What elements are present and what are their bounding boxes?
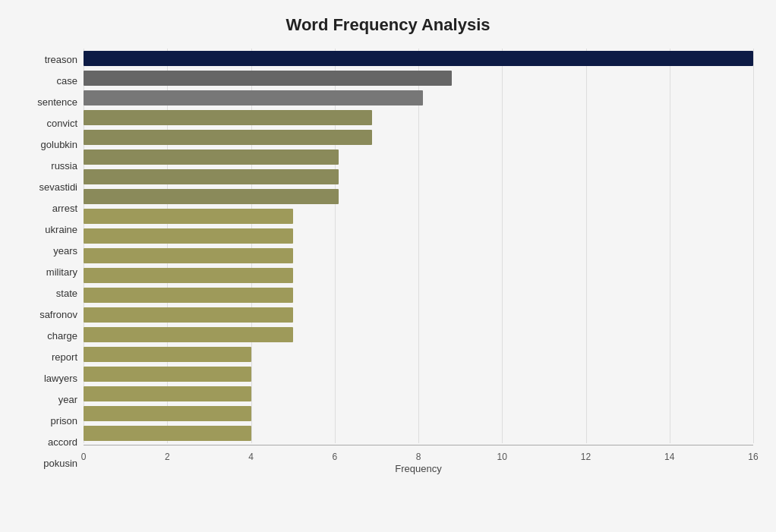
- bar-row: [84, 305, 753, 325]
- bar-row: [84, 285, 753, 305]
- chart-title: Word Frequency Analysis: [23, 15, 753, 35]
- bar-row: [84, 206, 753, 226]
- x-tick: 6: [332, 452, 337, 462]
- bar-sentence: [84, 90, 423, 105]
- bar-year: [84, 367, 251, 382]
- y-label-year: year: [58, 390, 77, 410]
- bar-sevastidi: [84, 169, 339, 184]
- bar-row: [84, 404, 753, 423]
- bar-row: [84, 88, 753, 108]
- bar-safronov: [84, 288, 293, 303]
- y-label-russia: russia: [51, 156, 77, 175]
- x-tick: 2: [165, 452, 170, 462]
- y-label-report: report: [52, 348, 77, 367]
- bar-row: [84, 423, 753, 443]
- y-label-pokusin: pokusin: [43, 454, 77, 474]
- bar-years: [84, 228, 293, 244]
- bar-military: [84, 248, 293, 263]
- bar-prison: [84, 386, 251, 401]
- bar-row: [84, 364, 753, 384]
- bar-treason: [84, 51, 753, 66]
- x-axis-label: Frequency: [84, 463, 753, 474]
- y-label-safronov: safronov: [39, 305, 77, 325]
- y-label-sevastidi: sevastidi: [39, 177, 77, 197]
- y-label-lawyers: lawyers: [44, 369, 77, 389]
- bar-golubkin: [84, 130, 372, 145]
- chart-container: Word Frequency Analysis treasoncasesente…: [0, 0, 776, 532]
- bar-state: [84, 268, 293, 283]
- bar-row: [84, 246, 753, 266]
- x-tick: 8: [416, 452, 421, 462]
- bar-charge: [84, 307, 293, 323]
- bars-wrapper: [84, 49, 753, 443]
- y-label-convict: convict: [47, 113, 77, 133]
- bar-row: [84, 266, 753, 285]
- y-label-sentence: sentence: [37, 92, 77, 112]
- x-tick: 16: [748, 452, 758, 462]
- chart-area: treasoncasesentenceconvictgolubkinrussia…: [23, 49, 753, 474]
- bars-section: 0246810121416 Frequency: [84, 49, 753, 474]
- x-tick: 0: [81, 452, 87, 462]
- x-axis: 0246810121416: [84, 449, 753, 460]
- y-label-state: state: [56, 284, 77, 304]
- y-label-prison: prison: [51, 411, 77, 431]
- bar-row: [84, 108, 753, 127]
- x-tick: 4: [248, 452, 254, 462]
- bar-russia: [84, 150, 339, 165]
- y-label-accord: accord: [48, 433, 77, 452]
- bar-row: [84, 226, 753, 246]
- y-label-arrest: arrest: [52, 198, 77, 218]
- bar-row: [84, 147, 753, 167]
- bar-case: [84, 71, 452, 86]
- y-label-ukraine: ukraine: [45, 219, 77, 239]
- y-label-case: case: [57, 71, 77, 90]
- bar-row: [84, 127, 753, 147]
- bar-row: [84, 345, 753, 364]
- bar-ukraine: [84, 209, 293, 224]
- y-label-treason: treason: [45, 49, 77, 69]
- x-tick: 10: [497, 452, 507, 462]
- bar-lawyers: [84, 347, 251, 362]
- y-label-charge: charge: [47, 326, 77, 346]
- x-tick: 12: [581, 452, 591, 462]
- bar-row: [84, 384, 753, 404]
- x-tick: 14: [664, 452, 674, 462]
- bar-accord: [84, 406, 251, 421]
- y-label-golubkin: golubkin: [41, 134, 77, 154]
- bar-pokusin: [84, 426, 251, 441]
- bar-row: [84, 167, 753, 187]
- x-axis-line: [84, 445, 753, 445]
- y-label-military: military: [46, 262, 77, 282]
- bar-row: [84, 325, 753, 345]
- grid-line: [753, 49, 754, 443]
- bar-row: [84, 187, 753, 206]
- bar-report: [84, 327, 293, 342]
- bar-row: [84, 49, 753, 68]
- y-labels: treasoncasesentenceconvictgolubkinrussia…: [23, 49, 84, 474]
- bar-convict: [84, 110, 372, 125]
- y-label-years: years: [53, 241, 77, 260]
- bar-row: [84, 68, 753, 88]
- bar-arrest: [84, 189, 339, 204]
